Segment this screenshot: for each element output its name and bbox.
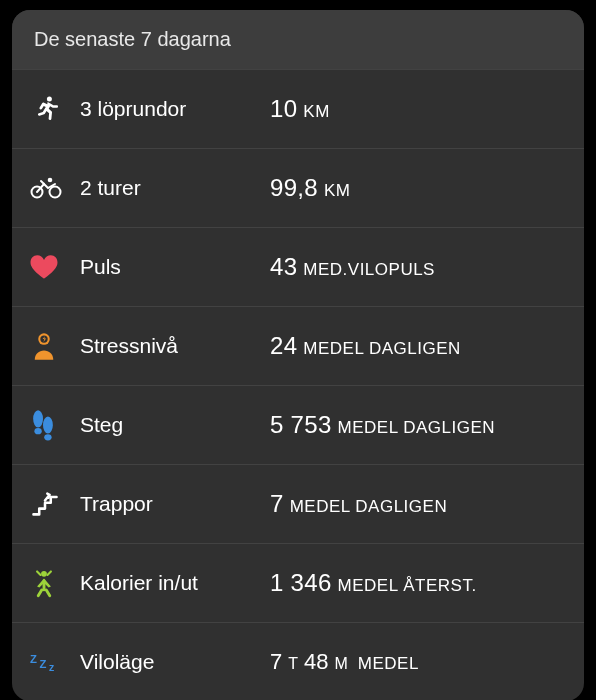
svg-point-0 xyxy=(47,97,52,102)
svg-point-2 xyxy=(50,187,61,198)
svg-text:Z: Z xyxy=(30,653,37,665)
value-number: 1 346 xyxy=(270,569,332,597)
svg-point-6 xyxy=(33,410,43,427)
row-cycling[interactable]: 2 turer 99,8 KM xyxy=(12,148,584,227)
summary-card: De senaste 7 dagarna 3 löprundor 10 KM 2… xyxy=(12,10,584,700)
row-stress[interactable]: Stressnivå 24 MEDEL DAGLIGEN xyxy=(12,306,584,385)
row-label: Trappor xyxy=(80,492,270,516)
card-header: De senaste 7 dagarna xyxy=(12,10,584,69)
row-sleep[interactable]: ZZz Viloläge 7T 48M MEDEL xyxy=(12,622,584,700)
stress-icon xyxy=(30,331,80,361)
row-value: 43 MED.VILOPULS xyxy=(270,253,562,281)
value-unit: KM xyxy=(324,181,351,201)
value-number: 43 xyxy=(270,253,297,281)
bike-icon xyxy=(30,175,80,201)
sleep-minutes: 48 xyxy=(304,649,328,675)
row-value: 7T 48M MEDEL xyxy=(270,649,562,675)
row-heart-rate[interactable]: Puls 43 MED.VILOPULS xyxy=(12,227,584,306)
svg-point-10 xyxy=(41,571,47,577)
value-number: 5 753 xyxy=(270,411,332,439)
svg-text:Z: Z xyxy=(39,658,46,670)
value-number: 99,8 xyxy=(270,174,318,202)
row-label: Steg xyxy=(80,413,270,437)
row-value: 24 MEDEL DAGLIGEN xyxy=(270,332,562,360)
row-label: Stressnivå xyxy=(80,334,270,358)
value-number: 7 xyxy=(270,490,284,518)
row-label: 2 turer xyxy=(80,176,270,200)
row-running[interactable]: 3 löprundor 10 KM xyxy=(12,69,584,148)
calories-icon xyxy=(30,568,80,598)
svg-point-9 xyxy=(44,434,51,440)
value-number: 24 xyxy=(270,332,297,360)
value-unit: MEDEL ÅTERST. xyxy=(338,576,477,596)
sleep-hours-unit: T xyxy=(288,655,298,673)
card-title: De senaste 7 dagarna xyxy=(34,28,231,50)
row-value: 7 MEDEL DAGLIGEN xyxy=(270,490,562,518)
sleep-minutes-unit: M xyxy=(335,655,348,673)
stairs-icon xyxy=(30,489,80,519)
heart-icon xyxy=(30,254,80,280)
row-label: 3 löprundor xyxy=(80,97,270,121)
value-unit: MEDEL DAGLIGEN xyxy=(303,339,461,359)
row-label: Viloläge xyxy=(80,650,270,674)
row-value: 1 346 MEDEL ÅTERST. xyxy=(270,569,562,597)
value-unit: MED.VILOPULS xyxy=(303,260,435,280)
svg-text:z: z xyxy=(49,662,54,673)
row-label: Puls xyxy=(80,255,270,279)
sleep-icon: ZZz xyxy=(30,650,80,674)
value-unit: KM xyxy=(303,102,330,122)
value-unit: MEDEL xyxy=(358,654,419,674)
row-label: Kalorier in/ut xyxy=(80,571,270,595)
svg-point-7 xyxy=(34,428,41,434)
sleep-hours: 7 xyxy=(270,649,282,675)
svg-point-3 xyxy=(48,178,53,183)
runner-icon xyxy=(30,94,80,124)
value-unit: MEDEL DAGLIGEN xyxy=(338,418,496,438)
value-unit: MEDEL DAGLIGEN xyxy=(290,497,448,517)
value-number: 10 xyxy=(270,95,297,123)
steps-icon xyxy=(30,409,80,441)
row-value: 5 753 MEDEL DAGLIGEN xyxy=(270,411,562,439)
row-value: 10 KM xyxy=(270,95,562,123)
row-calories[interactable]: Kalorier in/ut 1 346 MEDEL ÅTERST. xyxy=(12,543,584,622)
row-value: 99,8 KM xyxy=(270,174,562,202)
svg-point-8 xyxy=(43,416,53,433)
row-stairs[interactable]: Trappor 7 MEDEL DAGLIGEN xyxy=(12,464,584,543)
row-steps[interactable]: Steg 5 753 MEDEL DAGLIGEN xyxy=(12,385,584,464)
